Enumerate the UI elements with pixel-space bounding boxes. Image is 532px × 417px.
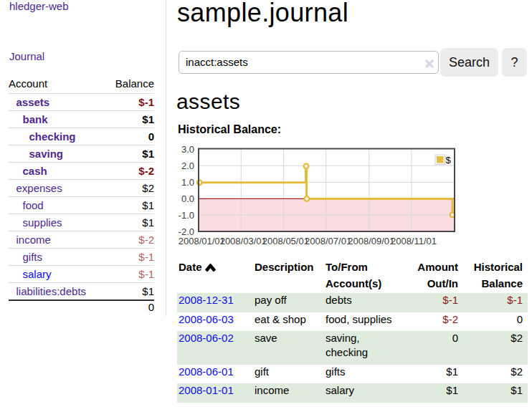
svg-text:2008/11/01: 2008/11/01 bbox=[391, 236, 437, 246]
svg-text:$: $ bbox=[446, 155, 452, 166]
svg-text:2008/03/01: 2008/03/01 bbox=[220, 236, 267, 246]
svg-text:3.0: 3.0 bbox=[181, 144, 194, 155]
svg-text:2008/01/01: 2008/01/01 bbox=[179, 236, 225, 246]
svg-text:2008/05/01: 2008/05/01 bbox=[262, 236, 309, 246]
svg-text:2008/07/01: 2008/07/01 bbox=[305, 236, 351, 246]
svg-text:-1.0: -1.0 bbox=[179, 210, 194, 221]
svg-text:0.0: 0.0 bbox=[181, 193, 194, 204]
svg-text:2008/09/01: 2008/09/01 bbox=[348, 236, 394, 246]
svg-text:1.0: 1.0 bbox=[181, 177, 194, 188]
svg-text:2.0: 2.0 bbox=[181, 160, 194, 171]
